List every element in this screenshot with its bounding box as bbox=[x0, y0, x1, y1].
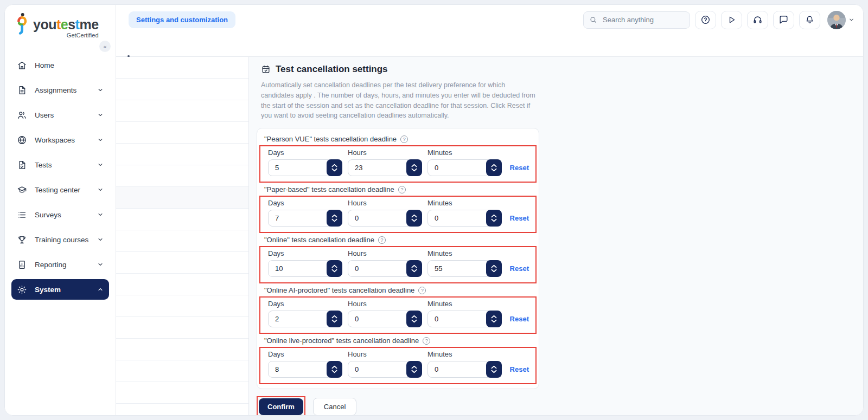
sidebar-subitem[interactable] bbox=[14, 328, 108, 339]
reset-link[interactable]: Reset bbox=[510, 315, 529, 323]
info-icon: ? bbox=[418, 287, 426, 294]
chevron-down-icon bbox=[331, 319, 337, 323]
menu-item-web-session-parameters[interactable] bbox=[116, 79, 248, 100]
chevron-down-icon bbox=[331, 269, 337, 273]
chevron-up-icon bbox=[491, 365, 497, 369]
chat-button[interactable] bbox=[773, 11, 794, 29]
hours-label: Hours bbox=[348, 199, 422, 207]
sidebar-item-testing-center[interactable]: Testing center bbox=[11, 177, 109, 202]
main-column: Settings and customization bbox=[116, 5, 863, 415]
minutes-stepper[interactable] bbox=[486, 159, 502, 176]
deadline-group-title: "Paper-based" tests cancellation deadlin… bbox=[264, 185, 533, 193]
chevron-down-icon bbox=[411, 269, 417, 273]
cancel-button[interactable]: Cancel bbox=[313, 398, 356, 415]
minutes-stepper[interactable] bbox=[486, 361, 502, 378]
menu-item-safe-exam-browser-configurations[interactable] bbox=[116, 317, 248, 339]
search-icon bbox=[589, 16, 597, 24]
hours-stepper[interactable] bbox=[406, 159, 422, 176]
chevron-up-icon bbox=[411, 315, 417, 319]
hours-stepper[interactable] bbox=[406, 260, 422, 277]
chevron-up-icon bbox=[97, 286, 104, 293]
menu-item-test-authorization-limit[interactable] bbox=[116, 230, 248, 252]
menu-item-attempt-continuation-settings[interactable] bbox=[116, 209, 248, 230]
sidebar-subitem[interactable] bbox=[14, 306, 108, 317]
menu-item-upcoming-testing-session[interactable] bbox=[116, 382, 248, 404]
menu-item-password-configuration[interactable] bbox=[116, 122, 248, 144]
chevron-down-icon bbox=[411, 218, 417, 222]
days-label: Days bbox=[268, 300, 342, 308]
sidebar-item-system[interactable]: System bbox=[11, 279, 109, 300]
sidebar-item-label: Training courses bbox=[35, 236, 88, 244]
chevron-down-icon bbox=[491, 370, 497, 373]
menu-item-user-account-settings[interactable] bbox=[116, 144, 248, 165]
sidebar-item-home[interactable]: Home bbox=[11, 53, 109, 77]
menu-item-email-server[interactable] bbox=[116, 360, 248, 382]
days-stepper[interactable] bbox=[327, 159, 342, 176]
help-button[interactable] bbox=[695, 11, 716, 29]
reset-link[interactable]: Reset bbox=[510, 365, 529, 373]
sidebar-item-tests[interactable]: Tests bbox=[11, 152, 109, 177]
minutes-stepper[interactable] bbox=[486, 210, 502, 227]
days-stepper[interactable] bbox=[327, 210, 342, 227]
hours-stepper[interactable] bbox=[406, 361, 422, 378]
chevron-up-icon bbox=[331, 214, 337, 218]
chevron-up-icon bbox=[331, 315, 337, 319]
menu-item-answer-ordinal-markup[interactable] bbox=[116, 252, 248, 274]
sidebar-nav: Home Assignments Users Workspaces Tests … bbox=[5, 53, 116, 300]
sidebar-subitem[interactable] bbox=[14, 317, 108, 328]
sidebar-item-label: Home bbox=[35, 61, 54, 69]
menu-item-internal-network[interactable] bbox=[116, 100, 248, 122]
hours-stepper[interactable] bbox=[406, 210, 422, 227]
home-icon bbox=[17, 60, 28, 70]
menu-item-test-cancellation-settings[interactable] bbox=[116, 187, 248, 209]
sidebar-item-label: Surveys bbox=[35, 211, 61, 219]
headset-icon bbox=[752, 15, 763, 25]
user-menu[interactable] bbox=[827, 11, 854, 29]
days-field: Days bbox=[268, 249, 342, 277]
minutes-stepper[interactable] bbox=[486, 311, 502, 327]
chevron-up-icon bbox=[331, 365, 337, 369]
minutes-label: Minutes bbox=[427, 300, 502, 308]
hours-stepper[interactable] bbox=[406, 311, 422, 327]
sidebar-item-reporting[interactable]: Reporting bbox=[11, 252, 109, 277]
deadline-group-label: "Online AI-proctored" tests cancellation… bbox=[264, 286, 414, 294]
sidebar-item-workspaces[interactable]: Workspaces bbox=[11, 127, 109, 152]
chevron-up-icon bbox=[411, 264, 417, 268]
minutes-label: Minutes bbox=[427, 350, 502, 358]
reset-link[interactable]: Reset bbox=[510, 264, 529, 273]
play-button[interactable] bbox=[721, 11, 742, 29]
days-field: Days bbox=[268, 350, 342, 378]
assignments-icon bbox=[17, 85, 28, 95]
logo-letter: t bbox=[56, 17, 61, 32]
menu-item-score-report-setup[interactable] bbox=[116, 274, 248, 295]
sidebar-item-users[interactable]: Users bbox=[11, 102, 109, 127]
reset-link[interactable]: Reset bbox=[510, 164, 529, 172]
chevron-up-icon bbox=[491, 315, 497, 319]
headset-button[interactable] bbox=[747, 11, 768, 29]
confirm-button[interactable]: Confirm bbox=[259, 398, 303, 415]
info-icon: ? bbox=[400, 135, 408, 143]
breadcrumb[interactable]: Settings and customization bbox=[129, 11, 235, 28]
menu-item-additional-modules-setup[interactable] bbox=[116, 339, 248, 360]
days-label: Days bbox=[268, 249, 342, 257]
menu-item-test-booking-settings[interactable] bbox=[116, 165, 248, 187]
menu-item-enable-test-update[interactable] bbox=[116, 404, 248, 415]
sidebar-item-training-courses[interactable]: Training courses bbox=[11, 227, 109, 252]
bell-button[interactable] bbox=[799, 11, 820, 29]
deadline-group-title: "Online live-proctored" tests cancellati… bbox=[264, 337, 533, 345]
days-stepper[interactable] bbox=[327, 311, 342, 327]
minutes-stepper[interactable] bbox=[486, 260, 502, 277]
chevron-up-icon bbox=[411, 164, 417, 167]
menu-item-knowledge-deficiency-report-setup[interactable] bbox=[116, 295, 248, 317]
sidebar-item-assignments[interactable]: Assignments bbox=[11, 77, 109, 102]
days-stepper[interactable] bbox=[327, 361, 342, 378]
reset-link[interactable]: Reset bbox=[510, 214, 529, 222]
search-input[interactable] bbox=[602, 15, 684, 24]
menu-item-date-and-time[interactable] bbox=[116, 57, 248, 79]
sidebar-item-surveys[interactable]: Surveys bbox=[11, 202, 109, 227]
deadline-group: "Paper-based" tests cancellation deadlin… bbox=[259, 185, 537, 233]
sidebar-collapse-button[interactable]: « bbox=[99, 41, 111, 52]
avatar[interactable] bbox=[827, 11, 846, 29]
settings-menu bbox=[116, 57, 249, 415]
days-stepper[interactable] bbox=[327, 260, 342, 277]
